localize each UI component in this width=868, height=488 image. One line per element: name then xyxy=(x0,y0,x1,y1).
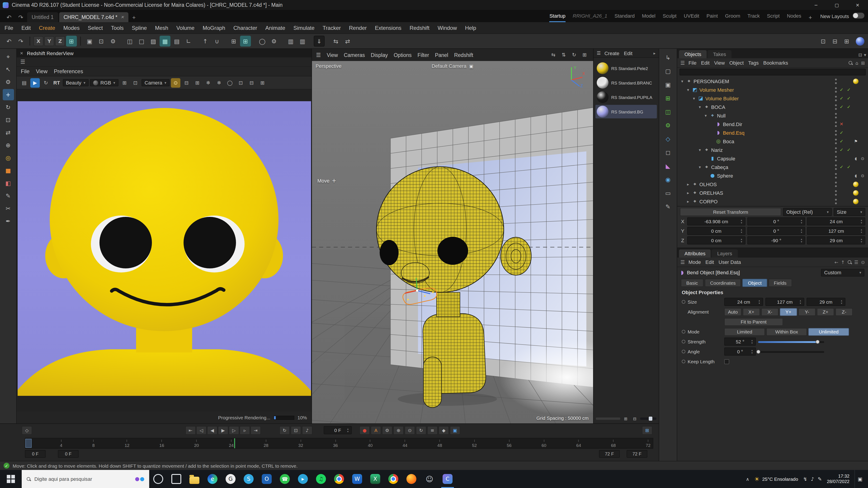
size-field[interactable]: 127 cm xyxy=(765,298,804,306)
fit-to-parent-button[interactable]: Fit to Parent xyxy=(724,318,783,326)
snapshot-grid-icon[interactable]: ⊞ xyxy=(193,78,202,88)
menu-item[interactable]: Mesh xyxy=(155,25,168,31)
current-frame-box[interactable]: 0 F xyxy=(25,450,46,458)
menu-item[interactable]: Mode xyxy=(688,259,701,265)
edge-icon[interactable]: e xyxy=(204,470,221,488)
keyframe-dot-icon[interactable] xyxy=(682,300,685,304)
grid-cube-icon[interactable]: ◫ xyxy=(662,106,674,118)
material-swatch[interactable] xyxy=(597,106,609,118)
google-app-icon[interactable] xyxy=(384,470,402,488)
spinner-icon[interactable] xyxy=(861,219,864,224)
layout-quad-icon[interactable]: ⊞ xyxy=(841,36,852,46)
generator-check-icon[interactable] xyxy=(846,87,852,92)
menu-item[interactable]: Options xyxy=(394,52,412,58)
angle-slider[interactable] xyxy=(758,349,824,355)
tree-row[interactable]: ▮ Capsule xyxy=(677,154,868,163)
jump-start-icon[interactable]: ⇤ xyxy=(185,426,196,435)
generator-check-icon[interactable] xyxy=(846,147,852,152)
paint-brush-icon[interactable]: ✎ xyxy=(2,190,14,201)
github-desktop-icon[interactable]: G xyxy=(221,470,240,488)
menu-item[interactable]: Object xyxy=(729,60,744,66)
menu-item[interactable]: Help xyxy=(465,25,476,31)
menu-item[interactable]: File xyxy=(21,68,30,74)
section-tab[interactable]: Basic xyxy=(681,279,703,287)
object-name[interactable]: ORELHAS xyxy=(700,190,723,195)
thumbnail-size-slider[interactable] xyxy=(640,418,656,420)
fill-select-icon[interactable]: ■ xyxy=(2,165,14,176)
camera-lock-icon[interactable]: ⊙ xyxy=(171,78,180,88)
spinner-icon[interactable] xyxy=(741,238,744,243)
panel-tab[interactable]: Layers xyxy=(712,250,738,258)
object-tag2-icon[interactable] xyxy=(860,182,865,187)
menu-item[interactable]: Panel xyxy=(435,52,448,58)
visibility-dots-icon[interactable] xyxy=(835,87,837,92)
model-eye-left[interactable] xyxy=(380,240,399,265)
panel-menu-icon[interactable]: ▾ xyxy=(864,53,866,57)
menu-item[interactable]: Simulate xyxy=(293,25,314,31)
enable-toggle-icon[interactable] xyxy=(839,139,844,144)
menu-item[interactable]: Select xyxy=(88,25,103,31)
expander-icon[interactable] xyxy=(686,182,690,186)
team-render-icon[interactable]: ▥ xyxy=(297,36,308,46)
reset-transform-button[interactable]: Reset Transform xyxy=(680,208,781,216)
object-name[interactable]: Boca xyxy=(723,138,734,144)
material-item[interactable]: RS Standard.Pele2 xyxy=(595,61,657,75)
alignment-option-button[interactable]: Z+ xyxy=(817,308,834,316)
layout-single-icon[interactable]: ⊡ xyxy=(818,36,829,46)
object-tag-icon[interactable] xyxy=(853,156,859,161)
material-swatch[interactable] xyxy=(597,77,609,89)
rotation-field[interactable]: -90 ° xyxy=(747,236,805,245)
spinner-icon[interactable] xyxy=(801,219,804,224)
spline-pen-icon[interactable]: ✒ xyxy=(2,216,14,227)
menu-item[interactable]: Tracker xyxy=(322,25,341,31)
object-tag-icon[interactable] xyxy=(853,78,859,84)
object-name[interactable]: Volume Mesher xyxy=(700,87,734,92)
layout-tab[interactable]: Script xyxy=(767,10,780,22)
prev-key-icon[interactable]: ◁ xyxy=(196,426,207,435)
visibility-dots-icon[interactable] xyxy=(835,138,837,144)
uv-mode-icon[interactable]: ▤ xyxy=(171,36,182,46)
search-icon[interactable] xyxy=(847,260,851,264)
object-tag2-icon[interactable] xyxy=(860,190,865,195)
rt-mode-label[interactable]: RT xyxy=(53,80,60,86)
nav-up-icon[interactable]: ↑ xyxy=(841,260,845,265)
material-name[interactable]: RS Standard.Pele2 xyxy=(611,66,648,71)
visibility-dots-icon[interactable] xyxy=(835,147,837,153)
playback-mode-icon[interactable]: ↻ xyxy=(279,426,290,435)
layout-tab[interactable]: Model xyxy=(642,10,655,22)
menu-icon[interactable]: ☰ xyxy=(680,60,685,66)
viewport-menu-icon[interactable]: ☰ xyxy=(316,52,321,58)
tree-row[interactable]: ⌖ OLHOS xyxy=(677,180,868,188)
object-name[interactable]: Volume Builder xyxy=(705,96,739,101)
snapshot-icon[interactable]: ▤ xyxy=(20,78,29,88)
workplane-icon[interactable]: ⊞ xyxy=(66,36,77,46)
menu-item[interactable]: Spline xyxy=(132,25,147,31)
range-end-box[interactable]: 72 F xyxy=(599,450,620,458)
keyframe-dot-icon[interactable] xyxy=(682,340,685,344)
size-field[interactable]: 29 cm xyxy=(807,236,865,245)
layout-tab[interactable]: Nodes xyxy=(787,10,801,22)
record-pla-icon[interactable]: ◆ xyxy=(438,426,449,435)
visibility-dots-icon[interactable] xyxy=(835,104,837,109)
record-position-icon[interactable]: ⊕ xyxy=(393,426,404,435)
object-tag2-icon[interactable] xyxy=(860,199,865,204)
spinner-icon[interactable] xyxy=(741,228,744,234)
record-parameter-icon[interactable]: ≡ xyxy=(427,426,438,435)
sound-toggle-icon[interactable]: ♪ xyxy=(302,426,312,435)
region-icon[interactable]: ◯ xyxy=(225,78,235,88)
expander-icon[interactable] xyxy=(698,165,702,169)
expander-icon[interactable] xyxy=(680,79,684,84)
minimize-button[interactable]: ─ xyxy=(806,0,827,10)
object-tag2-icon[interactable] xyxy=(860,138,865,144)
file-explorer-icon[interactable] xyxy=(185,470,204,488)
excel-icon[interactable]: X xyxy=(366,470,384,488)
object-tag-icon[interactable] xyxy=(853,130,859,135)
menu-item[interactable]: Modes xyxy=(63,25,80,31)
strength-field[interactable]: 52 ° xyxy=(724,337,756,346)
alignment-option-button[interactable]: Z- xyxy=(835,308,852,316)
tree-row[interactable]: ◩ Volume Mesher xyxy=(677,86,868,94)
spinner-icon[interactable] xyxy=(861,228,864,234)
object-tag2-icon[interactable] xyxy=(860,104,865,109)
nav-back-icon[interactable]: ← xyxy=(835,260,838,265)
coordinates-icon[interactable]: ↳ xyxy=(662,52,674,63)
